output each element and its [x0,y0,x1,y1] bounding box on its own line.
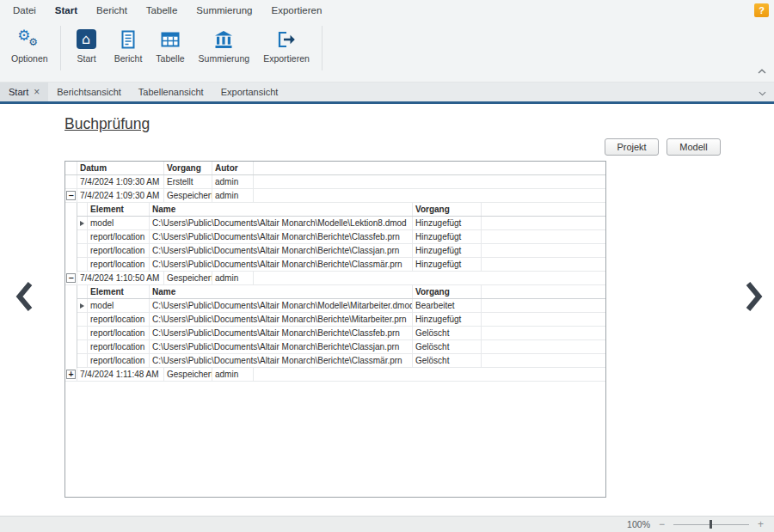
audit-detail-row[interactable]: modelC:\Users\Public\Documents\Altair Mo… [77,299,605,313]
help-button[interactable]: ? [754,3,769,17]
cell-detail-vorgang: Hinzugefügt [413,313,482,326]
audit-detail-row[interactable]: report/locationC:\Users\Public\Documents… [77,230,605,244]
next-page-button[interactable] [746,281,763,315]
column-header-filler [482,203,605,216]
tab-tabellenansicht[interactable]: Tabellenansicht [130,83,212,101]
column-header-vorgang: Vorgang [164,162,212,174]
cell-name: C:\Users\Public\Documents\Altair Monarch… [150,244,413,257]
audit-detail-row[interactable]: report/locationC:\Users\Public\Documents… [77,244,605,258]
cell-filler [254,368,605,381]
row-marker-cell [77,244,88,257]
collapse-button[interactable]: − [66,191,76,200]
tab-list-dropdown-button[interactable] [751,83,774,101]
menu-item-bericht[interactable]: Bericht [87,0,137,21]
cell-datum: 7/4/2024 1:11:48 AM [77,368,164,381]
menu-item-start[interactable]: Start [46,0,87,21]
menu-item-tabelle[interactable]: Tabelle [137,0,187,21]
audit-sub-table: ElementNameVorgangmodelC:\Users\Public\D… [77,285,605,368]
modell-button[interactable]: Modell [666,138,721,156]
audit-column-header-row: DatumVorgangAutor [65,162,605,175]
cell-detail-vorgang: Hinzugefügt [413,217,482,229]
ribbon-button-label: Tabelle [156,53,184,64]
action-buttons: ProjektModell [605,138,721,156]
ribbon-button-exportieren[interactable]: Exportieren [256,23,316,77]
zoom-slider-handle[interactable] [710,520,712,529]
audit-entry-row[interactable]: 7/4/2024 1:09:30 AMErstelltadmin [65,175,605,189]
tab-label: Berichtsansicht [57,87,121,97]
cell-name: C:\Users\Public\Documents\Altair Monarch… [150,327,413,339]
building-icon [212,28,236,51]
cell-datum: 7/4/2024 1:09:30 AM [77,175,164,188]
ribbon-collapse-button[interactable] [756,60,768,79]
current-row-marker-icon [80,221,84,226]
projekt-button[interactable]: Projekt [605,138,659,156]
menu-item-datei[interactable]: Datei [3,0,46,21]
row-marker-cell [77,258,88,271]
audit-detail-row[interactable]: report/locationC:\Users\Public\Documents… [77,313,605,327]
cell-filler [482,217,605,229]
cell-filler [482,354,605,367]
cell-name: C:\Users\Public\Documents\Altair Monarch… [150,340,413,353]
ribbon-button-label: Optionen [11,53,48,64]
ribbon-buttons: ⚙⚙Optionen⌂StartBerichtTabelleSummierung… [0,21,774,77]
ribbon-button-label: Summierung [199,53,250,64]
audit-detail-row[interactable]: modelC:\Users\Public\Documents\Altair Mo… [77,217,605,230]
tab-berichtsansicht[interactable]: Berichtsansicht [48,83,130,101]
ribbon-button-start[interactable]: ⌂Start [66,23,108,77]
cell-vorgang: Erstellt [164,175,212,188]
ribbon-button-tabelle[interactable]: Tabelle [149,23,191,77]
zoom-out-button[interactable]: − [659,519,665,529]
cell-autor: admin [212,368,254,381]
ribbon-button-summierung[interactable]: Summierung [192,23,257,77]
marker-column-header [77,285,88,298]
cell-name: C:\Users\Public\Documents\Altair Monarch… [150,299,413,312]
audit-detail-row[interactable]: report/locationC:\Users\Public\Documents… [77,340,605,354]
column-header-detail-vorgang: Vorgang [413,203,482,216]
menu-items: DateiStartBerichtTabelleSummierungExport… [3,0,331,21]
column-header-element: Element [88,285,150,298]
cell-datum: 7/4/2024 1:09:30 AM [77,189,164,202]
cell-name: C:\Users\Public\Documents\Altair Monarch… [150,354,413,367]
audit-detail-row[interactable]: report/locationC:\Users\Public\Documents… [77,258,605,272]
column-header-detail-vorgang: Vorgang [413,285,482,298]
audit-entry-row[interactable]: −7/4/2024 1:10:50 AMGespeichertadmin [65,272,605,285]
tab-label: Tabellenansicht [138,87,204,97]
menu-item-summierung[interactable]: Summierung [187,0,261,21]
content-area: Buchprüfung ProjektModell DatumVorgangAu… [0,104,774,516]
tab-label: Start [9,87,28,97]
expander-cell: + [65,368,77,381]
cell-filler [254,189,605,202]
zoom-in-button[interactable]: + [758,519,764,529]
audit-detail-row[interactable]: report/locationC:\Users\Public\Documents… [77,327,605,340]
audit-detail-row[interactable]: report/locationC:\Users\Public\Documents… [77,354,605,368]
zoom-slider[interactable] [673,519,749,529]
expander-cell [65,175,77,188]
audit-entry-row[interactable]: −7/4/2024 1:09:30 AMGespeichertadmin [65,189,605,203]
page-title: Buchprüfung [64,115,150,133]
tab-start[interactable]: Start× [0,83,48,101]
cell-detail-vorgang: Gelöscht [413,327,482,339]
close-icon[interactable]: × [34,87,40,97]
cell-filler [254,272,605,284]
cell-element: report/location [88,340,150,353]
ribbon-button-label: Exportieren [263,53,310,64]
collapse-button[interactable]: − [66,273,76,283]
ribbon-button-optionen[interactable]: ⚙⚙Optionen [4,23,55,77]
cell-filler [482,340,605,353]
row-marker-cell [77,313,88,326]
cell-detail-vorgang: Gelöscht [413,354,482,367]
table-icon [158,28,182,51]
tab-exportansicht[interactable]: Exportansicht [212,83,287,101]
menu-item-exportieren[interactable]: Exportieren [262,0,332,21]
audit-entry-row[interactable]: +7/4/2024 1:11:48 AMGespeichertadmin [65,368,605,382]
cell-filler [482,313,605,326]
column-header-element: Element [88,203,150,216]
previous-page-button[interactable] [15,281,33,315]
gears-icon: ⚙⚙ [17,28,41,51]
home-icon: ⌂ [75,28,99,51]
expander-cell: − [65,272,77,284]
cell-element: report/location [88,258,150,271]
expand-button[interactable]: + [66,370,76,379]
audit-table: DatumVorgangAutor7/4/2024 1:09:30 AMErst… [64,161,606,498]
ribbon-button-bericht[interactable]: Bericht [108,23,150,77]
